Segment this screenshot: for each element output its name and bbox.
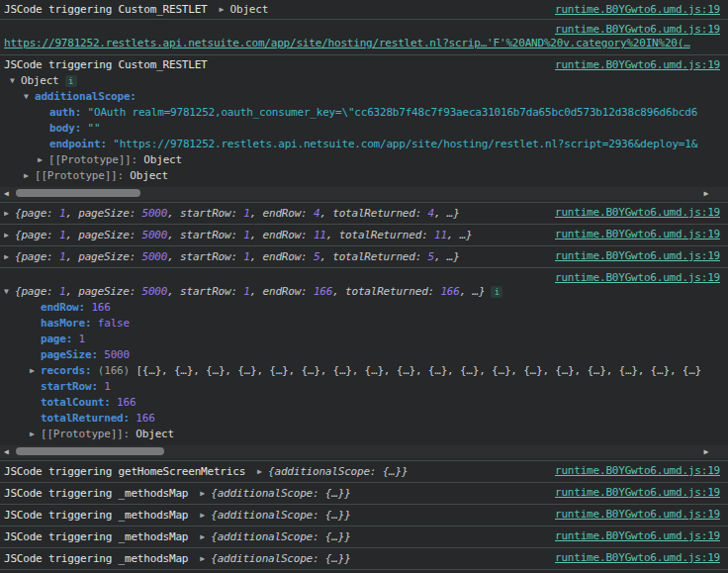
array-length: (166) xyxy=(98,364,130,377)
property-value-number: 1 xyxy=(79,333,85,345)
scroll-right-arrow-icon[interactable]: ▶ xyxy=(703,189,708,198)
property-key: totalReturned: xyxy=(41,412,130,425)
property-key: totalCount: xyxy=(41,396,111,409)
console-entry: JSCode triggering _methodsMap▶{additiona… xyxy=(0,482,728,504)
object-preview[interactable]: {additionalScope: {…}} xyxy=(268,465,408,478)
prototype-key[interactable]: [[Prototype]]: xyxy=(41,428,130,440)
source-link[interactable]: runtime.B0YGwto6.umd.js:19 xyxy=(555,58,720,71)
scroll-right-arrow-icon[interactable]: ▶ xyxy=(703,447,708,456)
console-entry: ▶{page: 1, pageSize: 5000, startRow: 1, … xyxy=(0,245,728,267)
object-preview: , endRow: xyxy=(250,285,314,298)
property-value-number: 166 xyxy=(91,301,110,314)
array-preview: [{…}, {…}, {…}, {…}, {…}, {…}, {…}, {…},… xyxy=(136,364,701,377)
object-preview: , startRow: xyxy=(167,207,243,220)
object-preview: {page: xyxy=(15,229,59,241)
scroll-left-arrow-icon[interactable]: ◀ xyxy=(4,447,9,456)
expand-triangle-icon[interactable]: ▶ xyxy=(24,168,35,184)
object-preview[interactable]: {additionalScope: {…}} xyxy=(211,552,350,565)
prototype-value: Object xyxy=(130,169,168,182)
expand-triangle-icon[interactable]: ▶ xyxy=(4,249,15,264)
object-preview: , startRow: xyxy=(167,285,243,298)
expand-triangle-icon[interactable]: ▶ xyxy=(200,508,211,523)
prototype-value: Object xyxy=(143,153,182,166)
console-entry: JSCode triggering _methodsMap▶{additiona… xyxy=(0,504,728,525)
scrollbar-thumb[interactable] xyxy=(16,189,140,197)
property-key: hasMore: xyxy=(41,317,91,330)
object-preview: , totalReturned: xyxy=(332,285,440,298)
object-preview: , totalReturned: xyxy=(319,207,427,220)
object-preview[interactable]: {additionalScope: {…}} xyxy=(211,487,350,500)
source-link[interactable]: runtime.B0YGwto6.umd.js:19 xyxy=(555,271,720,284)
log-message: JSCode triggering getHomeScreenMetrics xyxy=(4,465,245,478)
console-entry: JSCode triggering Custom_RESTLET▶Object … xyxy=(0,0,728,19)
expand-triangle-icon[interactable]: ▶ xyxy=(38,152,48,168)
console-entry: ▶{page: 1, pageSize: 5000, startRow: 1, … xyxy=(0,202,728,224)
console-entry-partial: runtime.B0YGwto6.umd.js:19 xyxy=(0,569,728,573)
log-message: JSCode triggering Custom_RESTLET xyxy=(4,58,208,71)
object-preview: , pageSize: xyxy=(65,207,141,220)
expand-triangle-icon[interactable]: ▶ xyxy=(30,363,41,379)
object-preview: {page: xyxy=(15,207,59,220)
source-link[interactable]: runtime.B0YGwto6.umd.js:19 xyxy=(555,249,720,262)
expand-triangle-icon[interactable]: ▶ xyxy=(4,206,15,221)
collapse-triangle-icon[interactable]: ▼ xyxy=(24,89,35,105)
object-preview: , endRow: xyxy=(250,229,314,241)
horizontal-scrollbar[interactable]: ◀ ▶ xyxy=(0,187,728,200)
object-preview[interactable]: {additionalScope: {…}} xyxy=(211,530,350,543)
prototype-key[interactable]: [[Prototype]]: xyxy=(48,153,137,166)
object-preview: , startRow: xyxy=(167,229,243,241)
property-key: body: xyxy=(49,122,81,135)
log-message: JSCode triggering Custom_RESTLET xyxy=(4,3,208,16)
prototype-value: Object xyxy=(136,428,174,440)
tree-line: ▶records: (166) [{…}, {…}, {…}, {…}, {…}… xyxy=(4,363,720,379)
expand-triangle-icon[interactable]: ▶ xyxy=(200,551,211,566)
expand-triangle-icon[interactable]: ▶ xyxy=(200,529,211,544)
tree-line: totalReturned: 166 xyxy=(4,411,720,427)
source-link[interactable]: runtime.B0YGwto6.umd.js:19 xyxy=(555,464,720,477)
tree-line: totalCount: 166 xyxy=(4,395,720,411)
tree-line: ▼additionalScope: xyxy=(4,89,720,105)
preview-value: 11 xyxy=(434,229,447,241)
tree-line: endpoint: "https://9781252.restlets.api.… xyxy=(4,137,720,152)
source-link[interactable]: runtime.B0YGwto6.umd.js:19 xyxy=(555,3,720,16)
object-preview-label[interactable]: Object xyxy=(230,3,269,16)
scroll-left-arrow-icon[interactable]: ◀ xyxy=(4,189,9,198)
source-link[interactable]: runtime.B0YGwto6.umd.js:19 xyxy=(555,529,720,542)
collapse-triangle-icon[interactable]: ▼ xyxy=(10,73,21,89)
horizontal-scrollbar[interactable]: ◀ ▶ xyxy=(0,445,728,458)
property-value-string: "https://9781252.restlets.api.netsuite.c… xyxy=(113,138,697,150)
tree-line: startRow: 1 xyxy=(4,379,720,395)
source-link[interactable]: runtime.B0YGwto6.umd.js:19 xyxy=(555,228,720,240)
source-link[interactable]: runtime.B0YGwto6.umd.js:19 xyxy=(555,206,720,219)
object-preview[interactable]: {additionalScope: {…}} xyxy=(211,509,350,522)
source-link[interactable]: runtime.B0YGwto6.umd.js:19 xyxy=(555,486,720,499)
object-preview: , …} xyxy=(434,207,460,220)
object-preview: , pageSize: xyxy=(65,229,141,241)
prototype-key[interactable]: [[Prototype]]: xyxy=(35,169,124,182)
source-link[interactable]: runtime.B0YGwto6.umd.js:19 xyxy=(555,23,720,36)
log-message: JSCode triggering _methodsMap xyxy=(4,552,188,565)
property-key[interactable]: additionalScope: xyxy=(35,90,136,103)
expand-triangle-icon[interactable]: ▶ xyxy=(220,2,230,17)
expand-triangle-icon[interactable]: ▶ xyxy=(4,228,15,242)
source-link[interactable]: runtime.B0YGwto6.umd.js:19 xyxy=(555,551,720,564)
expand-triangle-icon[interactable]: ▶ xyxy=(200,486,211,501)
property-value-number: 166 xyxy=(136,412,154,425)
property-key: endRow: xyxy=(41,301,85,314)
object-preview: , pageSize: xyxy=(65,285,141,298)
property-key: pageSize: xyxy=(41,348,98,361)
scrollbar-thumb[interactable] xyxy=(16,447,164,455)
collapse-triangle-icon[interactable]: ▼ xyxy=(4,284,15,300)
property-key[interactable]: records: xyxy=(41,364,91,377)
request-url-link[interactable]: https://9781252.restlets.api.netsuite.co… xyxy=(4,37,690,49)
preview-value: 5000 xyxy=(141,207,167,220)
tree-line: hasMore: false xyxy=(4,316,720,332)
expand-triangle-icon[interactable]: ▶ xyxy=(257,464,268,479)
source-link[interactable]: runtime.B0YGwto6.umd.js:19 xyxy=(555,508,720,521)
tree-line: pageSize: 5000 xyxy=(4,347,720,363)
property-key: page: xyxy=(41,333,72,345)
object-label[interactable]: Object xyxy=(21,74,59,87)
expand-triangle-icon[interactable]: ▶ xyxy=(30,427,41,442)
log-message: JSCode triggering _methodsMap xyxy=(4,530,188,543)
info-icon: i xyxy=(65,75,77,87)
